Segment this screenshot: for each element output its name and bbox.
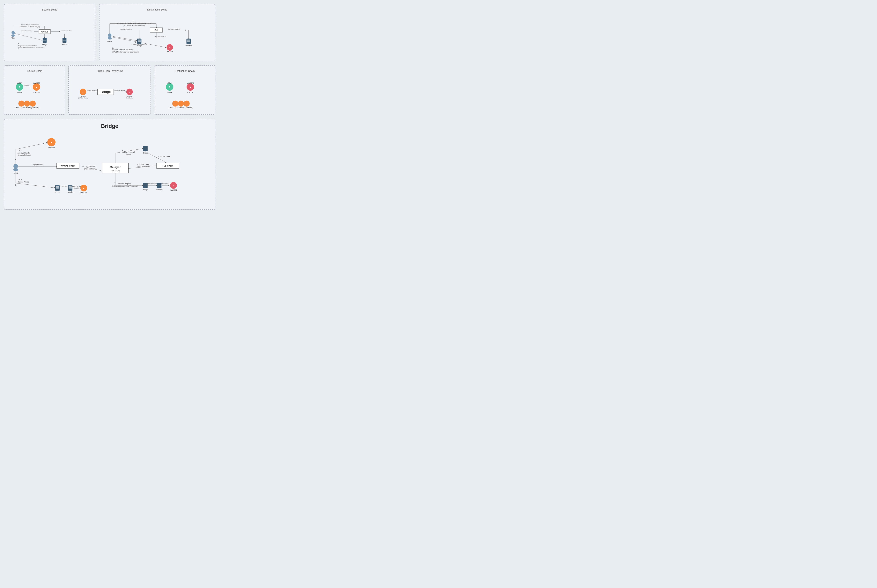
svg-text:Mint and Transfer: Mint and Transfer [114,90,125,91]
svg-text:Fuji Chain: Fuji Chain [162,165,173,167]
svg-text:(WWGM token address to mint/bu: (WWGM token address to mint/burn) [112,51,138,53]
svg-text:■: ■ [36,86,37,88]
svg-rect-15 [43,38,47,43]
bridge-hlv-diagram: ■ WWGM (WAGMI Chain) Deposit and Lock Br… [73,75,147,110]
svg-rect-184 [157,183,161,188]
svg-text:Fuji: Fuji [155,29,158,32]
svg-text:Handler: Handler [185,45,192,47]
svg-text:ERC20: ERC20 [187,91,193,93]
bridge-section-container: Bridge User ■ WWGM Txn 1 Approve Handler… [4,119,215,210]
dest-setup-title: Destination Setup [104,8,211,11]
svg-rect-20 [63,38,66,43]
svg-point-82 [30,100,36,106]
svg-text:Native: Native [17,91,22,93]
svg-rect-46 [137,39,141,44]
svg-text:Execute Proposal: Execute Proposal [118,183,131,184]
svg-text:1.: 1. [133,20,135,22]
svg-text:(WAGMI Chain): (WAGMI Chain) [78,97,87,99]
svg-point-31 [108,37,111,39]
svg-text:(Vote): (Vote) [126,153,131,155]
svg-point-81 [24,100,30,106]
svg-text:4.: 4. [114,181,116,183]
svg-text:♦: ♦ [173,185,174,187]
svg-text:WAGMI: WAGMI [42,31,48,33]
svg-text:Approve Handler: Approve Handler [18,152,30,154]
svg-line-127 [16,183,55,188]
svg-text:Other ERC20 tokens (contracts): Other ERC20 tokens (contracts) [169,107,193,109]
svg-text:$: $ [169,86,170,88]
svg-text:2.: 2. [18,43,19,45]
svg-text:Register resource and token: Register resource and token [18,45,37,47]
svg-text:Bridge: Bridge [143,152,148,154]
svg-text:Deposit event: Deposit event [85,166,95,168]
svg-text:Txn 2: Txn 2 [18,179,22,181]
svg-text:(Polls for event): (Polls for event) [137,165,149,167]
svg-text:1.: 1. [15,159,17,160]
svg-text:(with Admin as default relayer: (with Admin as default relayer) [123,24,145,27]
svg-text:Handler: Handler [62,44,68,45]
svg-text:♦: ♦ [129,91,130,93]
svg-text:WWGM: WWGM [187,82,194,84]
svg-text:WAGMI Chain: WAGMI Chain [60,165,75,167]
svg-text:(Off-chain): (Off-chain) [111,170,120,172]
svg-text:Txn 1: Txn 1 [18,150,22,152]
svg-point-108 [184,100,190,106]
svg-point-106 [172,100,178,106]
svg-text:Bridge: Bridge [143,189,148,190]
svg-point-107 [178,100,184,106]
svg-text:(with Admin as default relayer: (with Admin as default relayer) [20,26,40,28]
svg-text:Wrapped: Wrapped [24,84,30,86]
svg-rect-160 [143,146,147,151]
svg-text:2.: 2. [15,184,17,186]
svg-line-117 [16,143,47,149]
svg-text:Deploy Bridge and Handler: Deploy Bridge and Handler [21,24,39,26]
svg-text:$: $ [19,86,20,88]
svg-text:ERC20: ERC20 [33,91,39,93]
svg-text:Relayer: Relayer [110,165,121,169]
svg-text:Admin: Admin [107,40,112,42]
source-setup-title: Source Setup [8,8,91,11]
svg-text:♦: ♦ [190,86,191,88]
svg-point-0 [12,31,15,34]
dest-chain-container: Destination Chain $ Native AVAX ♦ ERC20 … [154,65,215,115]
svg-text:Other ERC20 tokens (contracts): Other ERC20 tokens (contracts) [15,107,39,109]
svg-text:WWGM: WWGM [170,189,177,191]
svg-text:WWGM: WWGM [48,146,55,148]
svg-text:■: ■ [51,141,52,144]
svg-text:Handler: Handler [67,191,74,193]
svg-text:Deposit and Lock: Deposit and Lock [87,90,97,92]
svg-text:Native: Native [167,91,172,93]
svg-text:Mint Token: Mint Token [161,183,170,184]
bridge-hlv-title: Bridge High Level View [73,69,147,72]
svg-text:(to spend tokens): (to spend tokens) [18,154,30,156]
svg-line-63 [112,36,137,40]
svg-text:WWGM: WWGM [80,95,86,97]
svg-text:contract creation: contract creation [21,30,32,32]
dest-setup-container: Destination Setup Admin 1. Deploy Bridge… [99,4,215,61]
svg-point-30 [108,33,111,37]
svg-rect-131 [55,185,60,190]
svg-text:■: ■ [83,91,84,93]
svg-text:WGM: WGM [17,82,22,84]
bridge-big-title: Bridge [8,123,211,129]
source-chain-container: Source Chain $ Native WGM Wrapped ■ ERC2… [4,65,65,115]
svg-text:Deposit: Deposit [61,185,67,187]
source-setup-container: Source Setup Admin 1. Deploy Bridge and … [4,4,95,61]
svg-text:■: ■ [83,188,84,189]
svg-text:Register resource and token: Register resource and token [112,49,132,51]
svg-text:Bridge: Bridge [101,90,111,94]
svg-line-25 [15,33,42,40]
svg-text:♦: ♦ [169,47,170,49]
dest-setup-diagram: Admin 1. Deploy Bridge, Handler and corr… [104,14,211,57]
svg-text:contract creation: contract creation [120,28,132,30]
svg-text:(WWGM token address to lock/re: (WWGM token address to lock/release) [18,47,44,49]
svg-text:(Lock): (Lock) [74,187,78,189]
svg-point-1 [11,34,15,37]
svg-text:AVAX: AVAX [167,82,172,84]
bridge-hlv-container: Bridge High Level View ■ WWGM (WAGMI Cha… [68,65,151,115]
svg-text:WWGM: WWGM [80,192,87,194]
source-setup-diagram: Admin 1. Deploy Bridge and Handler (with… [8,14,91,57]
svg-text:WWGM: WWGM [127,95,132,97]
admin-label: Admin [11,37,15,39]
svg-text:WWGM: WWGM [167,51,173,53]
